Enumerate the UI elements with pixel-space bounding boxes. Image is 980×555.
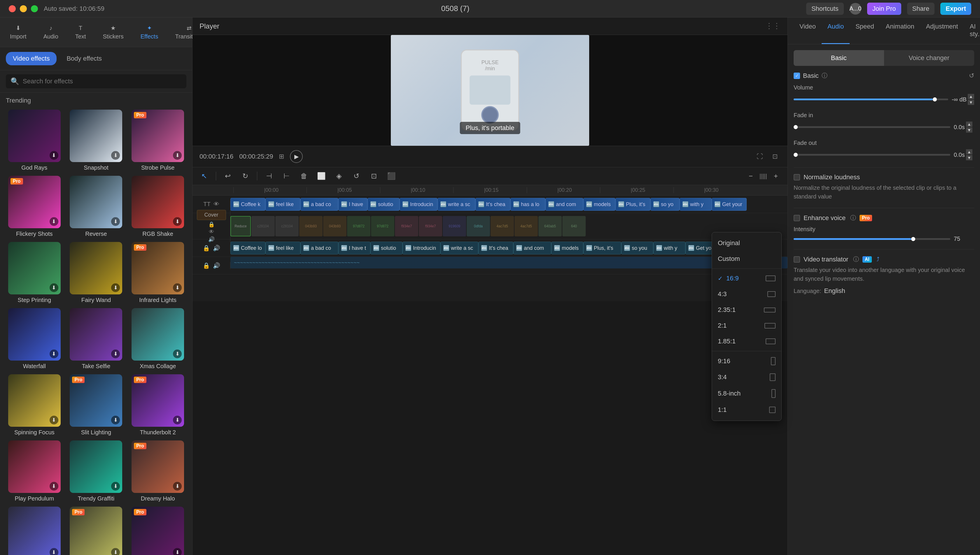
user-avatar[interactable]: A...0 <box>850 3 861 14</box>
toolbar-item-text[interactable]: T Text <box>71 22 90 42</box>
grid-icon[interactable]: ⊞ <box>279 153 284 160</box>
export-icon-tool[interactable]: ⬛ <box>386 170 397 182</box>
volume-up[interactable]: ▲ <box>968 94 974 99</box>
clip[interactable]: 🔤 a bad co <box>300 198 338 211</box>
fade-in-thumb[interactable] <box>794 125 798 129</box>
video-translator-checkbox[interactable] <box>794 256 800 263</box>
split-left-tool[interactable]: ⊣ <box>263 170 275 182</box>
video-clip[interactable]: f934e7 <box>395 216 418 236</box>
body-effects-tab[interactable]: Body effects <box>59 52 109 65</box>
delete-tool[interactable]: 🗑 <box>298 170 310 182</box>
dropdown-item-1-1[interactable]: 1:1 <box>712 402 781 418</box>
fade-out-slider[interactable] <box>794 154 950 156</box>
fade-in-stepper[interactable]: ▲ ▼ <box>966 122 972 133</box>
audio-mute-icon-2[interactable]: 🔊 <box>213 262 220 269</box>
video-clip[interactable]: 640ab5 <box>538 216 562 236</box>
clip[interactable]: 🔤 Get your <box>712 198 747 211</box>
export-button[interactable]: Export <box>940 3 971 15</box>
audio-clip[interactable]: 🔤 feel like <box>265 242 300 255</box>
effect-item-rebound-swing[interactable]: Pro ⬇ Rebou...Swing <box>67 507 125 555</box>
dropdown-item-16-9[interactable]: ✓ 16:9 <box>712 271 781 286</box>
clip[interactable]: 🔤 It's chea <box>476 198 511 211</box>
mark-tool[interactable]: ◈ <box>333 170 345 182</box>
intensity-thumb[interactable] <box>911 237 915 241</box>
visibility-icon[interactable]: 👁 <box>209 229 214 235</box>
fade-in-slider[interactable] <box>794 126 950 128</box>
fade-in-down[interactable]: ▼ <box>966 127 972 133</box>
video-clip[interactable]: 97d872 <box>347 216 370 236</box>
effect-item-god-rays[interactable]: ⬇ God Rays <box>6 110 63 171</box>
zoom-in-icon[interactable]: + <box>770 170 782 182</box>
video-clip[interactable]: 043b93 <box>323 216 347 236</box>
video-clip[interactable]: 4ac7d5 <box>514 216 538 236</box>
lock-icon[interactable]: 🔒 <box>203 245 210 252</box>
audio-clip[interactable]: 🔤 models <box>551 242 583 255</box>
effect-item-flickery-shots[interactable]: Pro ⬇ Flickery Shots <box>6 176 63 237</box>
share-button[interactable]: Share <box>907 3 935 15</box>
translator-info-icon[interactable]: ⓘ <box>853 255 859 263</box>
close-button[interactable] <box>9 5 16 12</box>
dropdown-item-1-85-1[interactable]: 1.85:1 <box>712 334 781 349</box>
effect-item-rgb-shake[interactable]: ⬇ RGB Shake <box>129 176 186 237</box>
dropdown-item-3-4[interactable]: 3:4 <box>712 369 781 385</box>
audio-track-2-content[interactable]: ~~~~~~~~~~~~~~~~~~~~~~~~~~~~~~~~~~~~~~~~… <box>230 257 787 274</box>
audio-clip[interactable]: 🔤 Plus, it's <box>583 242 621 255</box>
fade-out-thumb[interactable] <box>794 153 798 157</box>
audio-clip[interactable]: 🔤 solutio <box>370 242 403 255</box>
fullscreen-icon[interactable]: ⛶ <box>754 151 765 162</box>
clip[interactable]: 🔤 I have <box>338 198 368 211</box>
video-effects-tab[interactable]: Video effects <box>6 52 56 65</box>
toolbar-item-stickers[interactable]: ★ Stickers <box>99 22 128 42</box>
clip[interactable]: 🔤 feel like <box>265 198 300 211</box>
enhance-info-icon[interactable]: ⓘ <box>850 214 856 222</box>
basic-tab[interactable]: Basic <box>794 50 884 66</box>
video-clip[interactable]: c28104 <box>251 216 275 236</box>
dropdown-item-custom[interactable]: Custom <box>712 251 781 267</box>
clip[interactable]: 🔤 with y <box>680 198 712 211</box>
audio-mute-icon[interactable]: 🔊 <box>213 245 220 252</box>
dropdown-item-5-8-inch[interactable]: 5.8-inch <box>712 385 781 402</box>
video-clip[interactable]: 640 <box>562 216 586 236</box>
tab-adjustment[interactable]: Adjustment <box>920 18 964 44</box>
effect-item-trendy-graffiti[interactable]: ⬇ Trendy Graffiti <box>67 440 125 502</box>
clip[interactable]: 🔤 Plus, it's <box>615 198 651 211</box>
tab-video[interactable]: Video <box>794 18 822 44</box>
search-input[interactable] <box>23 77 182 85</box>
video-clip[interactable]: c28104 <box>275 216 299 236</box>
shortcuts-button[interactable]: Shortcuts <box>806 3 844 15</box>
translator-link-icon[interactable]: ⤴ <box>876 256 879 263</box>
fade-out-stepper[interactable]: ▲ ▼ <box>966 149 972 160</box>
play-button[interactable]: ▶ <box>290 150 303 163</box>
clip[interactable]: 🔤 and com <box>545 198 583 211</box>
effect-item-waterfall[interactable]: ⬇ Waterfall <box>6 308 63 370</box>
volume-thumb[interactable] <box>933 97 937 101</box>
tab-ai-style[interactable]: AI sty... <box>964 18 980 44</box>
clip[interactable]: 🔤 has a lo <box>511 198 545 211</box>
toolbar-item-import[interactable]: ⬇ Import <box>6 22 31 42</box>
video-clip[interactable]: 919609 <box>443 216 466 236</box>
video-track-content[interactable]: Reduce c28104 c28104 043b93 043b93 97d87… <box>230 213 787 239</box>
video-clip[interactable]: Reduce <box>230 216 251 236</box>
clip[interactable]: 🔤 Coffee k <box>230 198 265 211</box>
fade-out-up[interactable]: ▲ <box>966 149 972 154</box>
clip[interactable]: 🔤 models <box>583 198 615 211</box>
normalize-checkbox[interactable] <box>794 174 800 180</box>
effect-item-xmas-collage[interactable]: ⬇ Xmas Collage <box>129 308 186 370</box>
video-clip[interactable]: f934e7 <box>419 216 442 236</box>
lock-icon-2[interactable]: 🔒 <box>203 262 210 269</box>
effect-item-snapshot[interactable]: ⬇ Snapshot <box>67 110 125 171</box>
settings-icon[interactable]: ⊡ <box>770 151 781 162</box>
split-right-tool[interactable]: ⊢ <box>281 170 292 182</box>
rotate-tool[interactable]: ↺ <box>350 170 362 182</box>
enhance-voice-checkbox[interactable] <box>794 215 800 221</box>
effect-item-step-printing[interactable]: ⬇ Step Printing <box>6 242 63 303</box>
clip[interactable]: 🔤 Introducin <box>400 198 437 211</box>
dropdown-item-2-1[interactable]: 2:1 <box>712 318 781 334</box>
clip[interactable]: 🔤 write a sc <box>437 198 476 211</box>
audio-clip[interactable]: 🔤 with y <box>653 242 685 255</box>
maximize-button[interactable] <box>31 5 38 12</box>
audio-track-content[interactable]: 🔤 Coffee lo 🔤 feel like 🔤 a bad co 🔤 I h… <box>230 239 787 257</box>
reset-icon[interactable]: ↺ <box>969 72 974 80</box>
aspect-ratio-dropdown[interactable]: Original Custom ✓ 16:9 4:3 2.35:1 2:1 1.… <box>712 232 782 421</box>
effect-item-revolve-shake[interactable]: ⬇ Revolv...hake 2 <box>6 507 63 555</box>
